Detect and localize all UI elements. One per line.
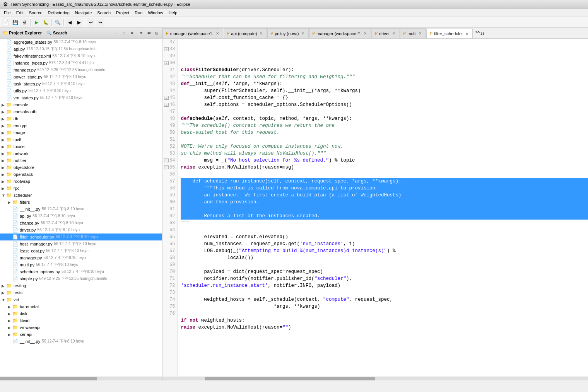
tree-item[interactable]: 📄utils.py56 12-7-4 下午8:10 heyu (0, 87, 162, 94)
tree-item[interactable]: 📄filter_scheduler.py56 12-7-4 下午8:10 hey… (0, 233, 162, 240)
editor-scrollbar-horizontal[interactable] (162, 376, 588, 381)
minimize-panel-button[interactable]: − (113, 30, 120, 36)
menu-file[interactable]: File (2, 10, 13, 16)
tree-item[interactable]: ▶📁openstack (0, 171, 162, 178)
fold-marker[interactable]: - (164, 159, 169, 162)
fold-marker[interactable]: - (164, 165, 169, 169)
tree-item[interactable]: ▶📁baremetal (0, 303, 162, 310)
tree-item[interactable]: ▶📁vmwareapi (0, 324, 162, 331)
tree-item[interactable]: ▶📁ipv6 (0, 136, 162, 143)
code-area[interactable]: class FilterScheduler(driver.Scheduler):… (178, 39, 588, 376)
tree-item[interactable]: 📄manager.py56 12-7-4 下午8:10 heyu (0, 254, 162, 261)
menu-source[interactable]: Source (27, 10, 45, 16)
menu-help[interactable]: Help (166, 10, 180, 16)
tree-item[interactable]: ▶📁image (0, 129, 162, 136)
tree-item[interactable]: 📄multi.py56 12-7-4 下午8:10 heyu (0, 261, 162, 268)
left-panel-scrollbar[interactable] (0, 376, 162, 381)
tab-manager-workspaceE[interactable]: P manager (workspace.E. ✕ (309, 28, 371, 38)
tab-close-3[interactable]: ✕ (301, 31, 305, 36)
tree-item[interactable]: 📄aggregate_states.py56 12-7-4 下午8:10 hey… (0, 39, 162, 46)
tab-close-6[interactable]: ✕ (418, 31, 422, 36)
tab-close-5[interactable]: ✕ (391, 31, 396, 36)
fold-marker[interactable]: - (164, 103, 169, 107)
tree-item[interactable]: 📄simple.py649 12-9-25 下午12:35 huangchuan… (0, 275, 162, 282)
tree-item[interactable]: ▼📁virt (0, 296, 162, 303)
run-button[interactable]: ▶ (32, 18, 41, 27)
tree-item[interactable]: ▶📁encrypt (0, 122, 162, 129)
tree-item[interactable]: 📄__init__.py56 12-7-4 下午8:10 heyu (0, 206, 162, 213)
forward-button[interactable]: ▶ (75, 18, 83, 27)
search-toolbar-button[interactable]: 🔍 (53, 18, 62, 27)
menu-refactoring[interactable]: Refactoring (46, 10, 72, 16)
tree-item[interactable]: 📄driver.py56 12-7-4 下午8:10 heyu (0, 227, 162, 233)
maximize-panel-button[interactable]: □ (121, 30, 127, 36)
sync-button[interactable]: ⇄ (146, 30, 152, 36)
collapse-all-button[interactable]: ⊟ (154, 30, 160, 36)
tree-item[interactable]: 📄scheduler_options.py56 12-7-4 下午8:10 he… (0, 268, 162, 275)
fold-marker[interactable]: - (164, 61, 169, 65)
tab-close-2[interactable]: ✕ (259, 31, 263, 36)
new-button[interactable]: 📄 (2, 18, 10, 27)
tab-overflow-button[interactable]: >>13 (473, 30, 487, 36)
tree-item[interactable]: ▶📁rpc (0, 185, 162, 192)
tab-close-7[interactable]: ✕ (465, 31, 469, 36)
tree-item[interactable]: 📄power_state.py56 12-7-4 下午8:10 heyu (0, 73, 162, 80)
tree-item[interactable]: 📄least_cost.py56 12-7-4 下午8:10 heyu (0, 247, 162, 254)
tree-item[interactable]: ▼📁scheduler (0, 192, 162, 199)
save-button[interactable]: 💾 (11, 18, 19, 27)
undo-button[interactable]: ↩ (87, 18, 95, 27)
tree-item[interactable]: 📄api.py716 12-10-15 下午12:54 huangchuanin… (0, 46, 162, 53)
tab-close-1[interactable]: ✕ (215, 31, 220, 36)
tree-item[interactable]: ▶📁libvirt (0, 317, 162, 324)
tree-view[interactable]: 📄aggregate_states.py56 12-7-4 下午8:10 hey… (0, 39, 162, 376)
tree-item[interactable]: ▶📁db (0, 115, 162, 122)
menu-search[interactable]: Search (95, 10, 113, 16)
tab-api-compute[interactable]: P api (compute) ✕ (224, 28, 267, 38)
fold-marker[interactable]: - (164, 96, 169, 100)
debug-button[interactable]: 🐛 (41, 18, 50, 27)
project-explorer-tab[interactable]: 📁 Project Explorer (2, 31, 42, 36)
redo-button[interactable]: ↪ (96, 18, 104, 27)
tree-item[interactable]: 📄vm_states.py56 12-7-4 下午8:10 heyu (0, 94, 162, 101)
tree-item[interactable]: ▶📁network (0, 150, 162, 157)
print-button[interactable]: 🖨 (20, 18, 29, 27)
tree-item[interactable]: ▶📁testing (0, 282, 162, 289)
fold-marker[interactable]: - (164, 47, 169, 51)
tab-manager-workspace1[interactable]: P manager (workspace1. ✕ (162, 28, 223, 38)
tree-item[interactable]: ▶📁filters (0, 199, 162, 206)
tree-item[interactable]: ▶📁console (0, 101, 162, 108)
menu-run[interactable]: Run (132, 10, 145, 16)
tree-item[interactable]: 📄fakevirtinstance.xml56 12-7-4 下午8:10 he… (0, 53, 162, 60)
tree-item[interactable]: ▶📁notifier (0, 157, 162, 164)
search-tab[interactable]: 🔍 Search (46, 31, 67, 36)
file-icon: 📄 (6, 46, 12, 52)
tree-item[interactable]: 📄instance_types.py576 12-8-14 下午4:41 bjt… (0, 60, 162, 66)
tab-filter-scheduler[interactable]: P filter_scheduler ✕ (426, 29, 472, 39)
tree-item[interactable]: 📄chance.py56 12-7-4 下午8:10 heyu (0, 220, 162, 227)
panel-menu-button[interactable]: ▼ (138, 30, 144, 36)
tree-item[interactable]: 📄__init__.py56 12-7-4 下午8:10 heyu (0, 338, 162, 345)
tree-item[interactable]: ▶📁locale (0, 143, 162, 150)
menu-project[interactable]: Project (114, 10, 132, 16)
tree-item[interactable]: 📄task_states.py56 12-7-4 下午8:10 heyu (0, 80, 162, 87)
tab-driver[interactable]: P driver ✕ (371, 28, 399, 38)
tree-item-label: encrypt (14, 123, 27, 128)
tree-item[interactable]: ▶📁disk (0, 310, 162, 317)
code-content[interactable]: 37-3839-4041424344-45-4647484950515253-5… (162, 39, 588, 376)
tree-item[interactable]: ▶📁objectstore (0, 164, 162, 171)
tree-item[interactable]: ▶📁consoleauth (0, 108, 162, 115)
tree-item[interactable]: 📄manager.py649 12-9-25 下午12:35 huangchua… (0, 66, 162, 73)
tab-multi[interactable]: P multi ✕ (400, 28, 426, 38)
tree-item[interactable]: ▶📁xenapi (0, 331, 162, 338)
tree-item[interactable]: 📄api.py56 12-7-4 下午8:10 heyu (0, 213, 162, 220)
menu-window[interactable]: Window (146, 10, 166, 16)
tab-close-4[interactable]: ✕ (363, 31, 368, 36)
tree-item[interactable]: 📄host_manager.py56 12-7-4 下午8:10 heyu (0, 240, 162, 247)
menu-edit[interactable]: Edit (14, 10, 26, 16)
tree-item[interactable]: ▶📁tests (0, 289, 162, 296)
menu-navigate[interactable]: Navigate (73, 10, 94, 16)
tree-item[interactable]: ▶📁rootwrap (0, 178, 162, 185)
close-panel-button[interactable]: ✕ (129, 30, 135, 36)
tab-policy-nova[interactable]: P policy (nova) ✕ (267, 28, 309, 38)
back-button[interactable]: ◀ (65, 18, 74, 27)
